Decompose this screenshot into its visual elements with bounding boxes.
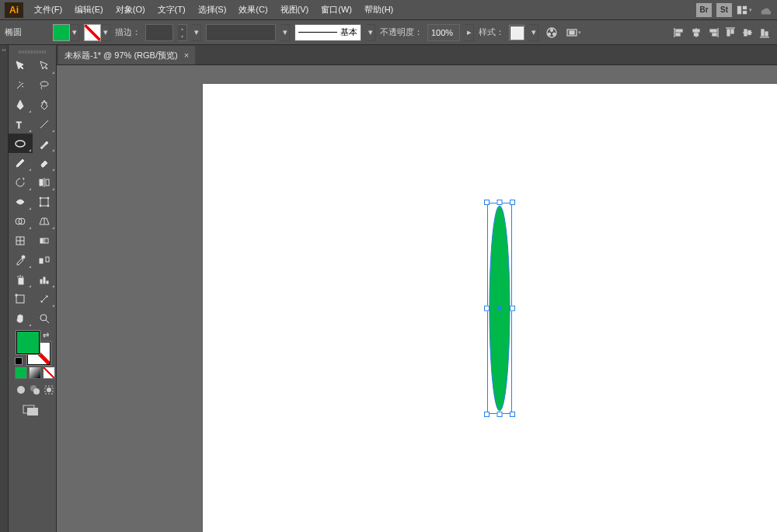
menu-effect[interactable]: 效果(C): [232, 1, 274, 19]
handle-bottom-middle[interactable]: [497, 412, 503, 417]
variable-width-dropdown[interactable]: ▾: [280, 24, 290, 41]
align-left-icon[interactable]: [671, 25, 687, 40]
type-tool[interactable]: T: [9, 114, 33, 134]
close-tab-icon[interactable]: ×: [184, 50, 189, 60]
selection-tool[interactable]: [9, 56, 33, 75]
free-transform-tool[interactable]: [33, 192, 57, 211]
handle-bottom-left[interactable]: [484, 412, 490, 417]
graphic-style-swatch[interactable]: [509, 25, 524, 40]
reflect-tool[interactable]: [33, 172, 57, 192]
svg-rect-48: [46, 257, 49, 262]
artboard[interactable]: [203, 84, 777, 532]
paintbrush-tool[interactable]: [33, 134, 57, 153]
stroke-weight-dropdown[interactable]: ▾: [192, 24, 201, 41]
rotate-tool[interactable]: [9, 172, 33, 192]
zoom-tool[interactable]: [33, 308, 57, 328]
pen-tool[interactable]: [9, 95, 33, 114]
fill-dropdown[interactable]: ▾: [70, 24, 79, 41]
align-top-icon[interactable]: [723, 25, 738, 40]
align-vcenter-icon[interactable]: [740, 25, 755, 40]
draw-mode-row: [9, 381, 56, 399]
opacity-dropdown[interactable]: ▸: [465, 24, 474, 41]
gradient-mode-icon[interactable]: [29, 367, 41, 379]
perspective-tool[interactable]: [33, 211, 57, 231]
document-tab[interactable]: 未标题-1* @ 97% (RGB/预览) ×: [58, 46, 195, 64]
menu-type[interactable]: 文字(T): [152, 1, 192, 19]
center-point[interactable]: [498, 307, 502, 311]
svg-rect-25: [761, 30, 764, 36]
fill-mode-row: [9, 365, 56, 381]
width-tool[interactable]: [9, 192, 33, 211]
stock-button[interactable]: St: [716, 3, 732, 17]
magic-wand-tool[interactable]: [9, 75, 33, 95]
blend-tool[interactable]: [33, 250, 57, 269]
handle-top-left[interactable]: [484, 200, 490, 205]
handle-middle-right[interactable]: [510, 306, 515, 311]
curvature-tool[interactable]: [33, 95, 57, 114]
handle-top-middle[interactable]: [497, 200, 503, 205]
handle-top-right[interactable]: [510, 200, 515, 205]
stroke-weight-stepper[interactable]: ▴▾: [178, 24, 187, 41]
stroke-swatch[interactable]: [84, 24, 101, 41]
handle-bottom-right[interactable]: [510, 412, 515, 417]
menu-edit[interactable]: 编辑(E): [68, 1, 110, 19]
svg-rect-53: [16, 295, 24, 303]
align-bottom-icon[interactable]: [757, 25, 772, 40]
shape-builder-tool[interactable]: [9, 211, 33, 231]
stroke-weight-label: 描边：: [115, 26, 141, 38]
menu-view[interactable]: 视图(V): [274, 1, 315, 19]
artboard-tool[interactable]: [9, 289, 33, 308]
pencil-tool[interactable]: [9, 153, 33, 172]
control-bar: 椭圆 ▾ ▾ 描边： ▴▾ ▾ ▾ 基本 ▾ 不透明度： 100% ▸ 样式： …: [0, 20, 777, 45]
screen-mode-button[interactable]: [9, 399, 56, 418]
arrange-documents-icon[interactable]: ▾: [737, 3, 752, 17]
gradient-tool[interactable]: [33, 231, 57, 250]
menu-select[interactable]: 选择(S): [192, 1, 233, 19]
align-hcenter-icon[interactable]: [688, 25, 704, 40]
style-dropdown[interactable]: ▾: [529, 24, 538, 41]
bridge-button[interactable]: Br: [696, 3, 712, 17]
swap-colors-icon[interactable]: ⇄: [43, 331, 49, 339]
stroke-dropdown[interactable]: ▾: [101, 24, 110, 41]
svg-point-6: [553, 33, 556, 35]
foreground-fill-swatch[interactable]: [16, 331, 40, 354]
mesh-tool[interactable]: [9, 231, 33, 250]
eraser-tool[interactable]: [33, 153, 57, 172]
handle-middle-left[interactable]: [484, 306, 490, 311]
symbol-sprayer-tool[interactable]: [9, 269, 33, 289]
graph-tool[interactable]: [33, 269, 57, 289]
menu-file[interactable]: 文件(F): [28, 1, 68, 19]
hand-tool[interactable]: [9, 308, 33, 328]
brush-definition[interactable]: 基本: [294, 24, 361, 41]
sync-icon[interactable]: [757, 3, 772, 17]
fill-swatch[interactable]: [53, 24, 70, 41]
align-right-icon[interactable]: [706, 25, 721, 40]
menu-object[interactable]: 对象(O): [110, 1, 152, 19]
menu-window[interactable]: 窗口(W): [315, 1, 358, 19]
panel-collapse-strip[interactable]: ‹‹: [0, 45, 9, 532]
canvas-area[interactable]: [57, 65, 777, 532]
brush-dropdown[interactable]: ▾: [366, 24, 375, 41]
none-mode-icon[interactable]: [43, 367, 55, 379]
menu-help[interactable]: 帮助(H): [358, 1, 399, 19]
stroke-weight-field[interactable]: [145, 24, 173, 41]
direct-selection-tool[interactable]: [33, 56, 57, 75]
draw-inside-icon[interactable]: [43, 384, 55, 398]
draw-behind-icon[interactable]: [29, 384, 41, 398]
color-mode-icon[interactable]: [15, 367, 27, 379]
selection-bounding-box[interactable]: [487, 203, 512, 414]
align-to-icon[interactable]: ▾: [565, 24, 582, 41]
line-tool[interactable]: [33, 114, 57, 134]
opacity-field[interactable]: 100%: [427, 24, 460, 41]
recolor-icon[interactable]: [543, 24, 560, 41]
panel-grip[interactable]: [9, 48, 56, 56]
variable-width-profile[interactable]: [206, 24, 276, 41]
lasso-tool[interactable]: [33, 75, 57, 95]
draw-normal-icon[interactable]: [15, 384, 27, 398]
default-colors-icon[interactable]: [15, 357, 23, 365]
svg-rect-52: [47, 281, 48, 283]
eyedropper-tool[interactable]: [9, 250, 33, 269]
svg-point-30: [16, 141, 25, 147]
slice-tool[interactable]: [33, 289, 57, 308]
ellipse-tool[interactable]: [9, 134, 33, 153]
